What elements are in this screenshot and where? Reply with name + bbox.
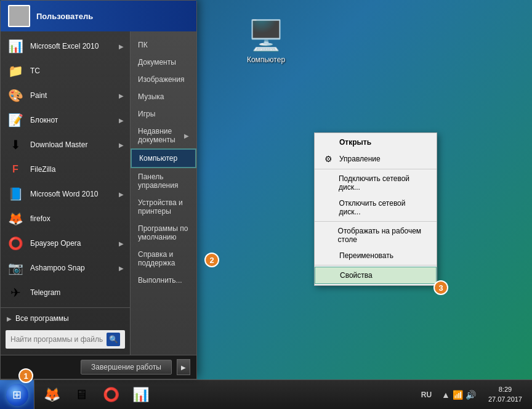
all-programs-label: Все программы — [15, 314, 69, 323]
menu-item-tc[interactable]: 📁 TC — [1, 59, 130, 83]
badge-3: 3 — [433, 280, 448, 295]
badge-1: 1 — [18, 368, 33, 383]
taskbar-ie-icon: 🖥 — [75, 387, 88, 403]
paint-icon: 🎨 — [7, 87, 24, 104]
right-item-help[interactable]: Справка и поддержка — [131, 246, 196, 272]
taskbar-items: 🦊 🖥 ⭕ 📊 — [34, 380, 158, 409]
desktop-computer-icon[interactable]: 🖥️ Компьютер — [247, 18, 285, 64]
ctx-show-desktop[interactable]: Отображать на рабочем столе — [315, 223, 437, 248]
clock-date: 27.07.2017 — [488, 395, 522, 404]
firefox-label: firefox — [30, 214, 124, 223]
menu-item-word[interactable]: 📘 Microsoft Word 2010 ▶ — [1, 182, 130, 206]
menu-item-paint[interactable]: 🎨 Paint ▶ — [1, 83, 130, 108]
right-item-documents[interactable]: Документы — [131, 54, 196, 71]
search-input[interactable] — [10, 335, 103, 344]
right-item-pk[interactable]: ПК — [131, 36, 196, 54]
filezilla-icon: F — [7, 161, 24, 178]
ctx-rename[interactable]: Переименовать — [315, 248, 437, 264]
excel-label: Microsoft Excel 2010 — [30, 42, 113, 51]
notepad-icon: 📝 — [7, 111, 24, 129]
tray-volume-icon[interactable]: 🔊 — [465, 390, 476, 400]
shutdown-button[interactable]: Завершение работы — [81, 360, 172, 375]
tc-label: TC — [30, 67, 124, 75]
tc-icon: 📁 — [7, 62, 24, 79]
start-menu-body: 📊 Microsoft Excel 2010 ▶ 📁 TC 🎨 Paint ▶ … — [1, 31, 196, 355]
shutdown-arrow-button[interactable]: ▶ — [177, 359, 190, 375]
tray-network-icon[interactable]: 📶 — [453, 390, 463, 400]
opera-label: Браузер Opera — [30, 239, 113, 248]
taskbar-ie[interactable]: 🖥 — [68, 383, 95, 407]
taskbar-excel[interactable]: 📊 — [127, 383, 154, 407]
menu-item-download-master[interactable]: ⬇ Download Master ▶ — [1, 132, 130, 157]
word-icon: 📘 — [7, 185, 24, 203]
language-indicator[interactable]: RU — [419, 391, 434, 399]
ctx-map-drive[interactable]: Подключить сетевой диск... — [315, 171, 437, 195]
filezilla-label: FileZilla — [30, 165, 124, 174]
firefox-icon: 🦊 — [7, 210, 24, 227]
download-master-icon: ⬇ — [7, 136, 24, 153]
paint-label: Paint — [30, 91, 113, 100]
menu-item-telegram[interactable]: ✈ Telegram — [1, 280, 130, 305]
taskbar-excel-icon: 📊 — [132, 387, 149, 403]
ashampoo-label: Ashampoo Snap — [30, 264, 113, 272]
menu-item-filezilla[interactable]: F FileZilla — [1, 157, 130, 182]
telegram-icon: ✈ — [7, 284, 24, 301]
computer-icon: 🖥️ — [248, 18, 284, 53]
start-orb — [6, 384, 28, 406]
context-menu: Открыть ⚙ Управление Подключить сетевой … — [314, 132, 437, 286]
desktop-icon-label: Компьютер — [247, 55, 285, 64]
menu-divider — [1, 307, 130, 308]
taskbar-firefox[interactable]: 🦊 — [38, 383, 65, 407]
ctx-open[interactable]: Открыть — [315, 134, 437, 150]
right-item-recent[interactable]: Недавние документы ▶ — [131, 123, 196, 148]
tray-expand-icon[interactable]: ▲ — [441, 390, 450, 400]
right-item-games[interactable]: Игры — [131, 105, 196, 123]
right-item-defaults[interactable]: Программы по умолчанию — [131, 220, 196, 246]
ashampoo-icon: 📷 — [7, 259, 24, 277]
taskbar-firefox-icon: 🦊 — [44, 387, 60, 403]
taskbar-opera-icon: ⭕ — [103, 387, 119, 403]
menu-item-ashampoo[interactable]: 📷 Ashampoo Snap ▶ — [1, 256, 130, 280]
desktop: 🖥️ Компьютер Пользователь 📊 Microsoft Ex… — [0, 0, 532, 409]
taskbar: 🦊 🖥 ⭕ 📊 RU ▲ 📶 🔊 8:29 27.07.2017 — [0, 379, 532, 409]
ctx-properties[interactable]: Свойства — [315, 267, 437, 284]
excel-icon: 📊 — [7, 38, 24, 55]
ctx-disconnect[interactable]: Отключить сетевой диск... — [315, 195, 437, 220]
right-item-music[interactable]: Музыка — [131, 88, 196, 105]
start-menu-left: 📊 Microsoft Excel 2010 ▶ 📁 TC 🎨 Paint ▶ … — [1, 31, 130, 355]
menu-item-notepad[interactable]: 📝 Блокнот ▶ — [1, 108, 130, 132]
search-button[interactable]: 🔍 — [107, 333, 120, 346]
system-tray: ▲ 📶 🔊 — [437, 390, 481, 400]
ctx-divider-1 — [315, 169, 437, 169]
all-programs-item[interactable]: ▶ Все программы — [1, 310, 130, 326]
menu-item-opera[interactable]: ⭕ Браузер Opera ▶ — [1, 231, 130, 256]
right-item-computer[interactable]: Компьютер — [131, 148, 196, 168]
word-label: Microsoft Word 2010 — [30, 190, 113, 198]
menu-item-excel[interactable]: 📊 Microsoft Excel 2010 ▶ — [1, 34, 130, 59]
telegram-label: Telegram — [30, 288, 124, 297]
menu-item-firefox[interactable]: 🦊 firefox — [1, 206, 130, 231]
start-menu-right: ПК Документы Изображения Музыка Игры Нед… — [130, 31, 196, 355]
user-avatar — [8, 5, 30, 27]
clock-time: 8:29 — [488, 385, 522, 394]
user-name: Пользователь — [36, 12, 93, 21]
start-menu: Пользователь 📊 Microsoft Excel 2010 ▶ 📁 … — [0, 0, 197, 379]
taskbar-right: RU ▲ 📶 🔊 8:29 27.07.2017 — [419, 380, 532, 409]
badge-2: 2 — [204, 253, 219, 267]
ctx-manage[interactable]: ⚙ Управление — [315, 150, 437, 168]
right-item-images[interactable]: Изображения — [131, 71, 196, 88]
start-menu-header: Пользователь — [1, 1, 196, 31]
start-button[interactable] — [0, 380, 34, 410]
right-item-run[interactable]: Выполнить... — [131, 272, 196, 289]
ctx-divider-3 — [315, 265, 437, 265]
opera-icon: ⭕ — [7, 235, 24, 252]
right-item-control[interactable]: Панель управления — [131, 168, 196, 194]
download-master-label: Download Master — [30, 140, 113, 149]
ctx-divider-2 — [315, 221, 437, 222]
search-bar: 🔍 — [6, 330, 125, 349]
right-item-devices[interactable]: Устройства и принтеры — [131, 194, 196, 220]
clock[interactable]: 8:29 27.07.2017 — [483, 385, 527, 404]
taskbar-opera[interactable]: ⭕ — [97, 383, 124, 407]
notepad-label: Блокнот — [30, 116, 113, 124]
